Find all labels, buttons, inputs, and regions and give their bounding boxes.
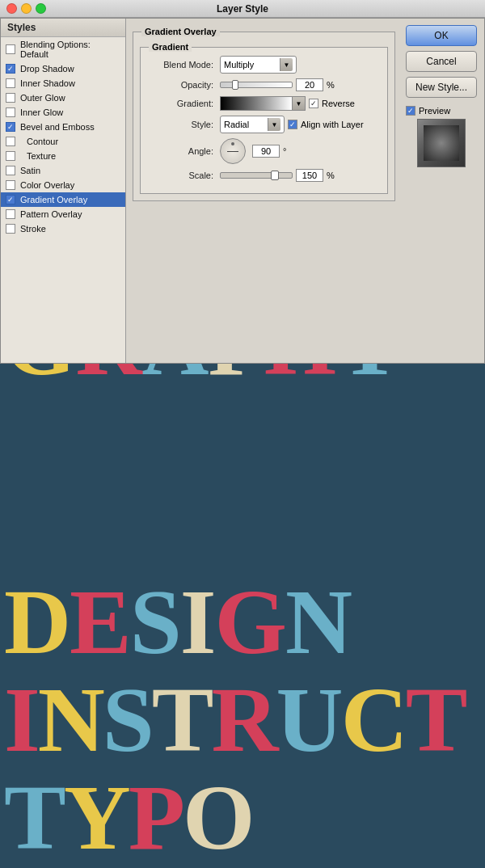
- typo-o: O: [183, 769, 252, 867]
- section-title: Gradient Overlay: [141, 27, 220, 36]
- style-item-inner-glow[interactable]: Inner Glow: [1, 105, 125, 120]
- instruct-u: U: [276, 672, 341, 769]
- style-arrow-icon[interactable]: ▼: [268, 118, 280, 131]
- style-value: Radial: [224, 120, 264, 129]
- window-controls: [6, 3, 46, 14]
- spacer: [4, 396, 481, 574]
- typo-y: Y: [64, 769, 129, 867]
- styles-panel: Styles Blending Options: Default✓Drop Sh…: [1, 19, 126, 363]
- scale-control: %: [220, 169, 335, 182]
- checkbox-color-overlay[interactable]: [6, 180, 15, 190]
- layer-style-dialog: Styles Blending Options: Default✓Drop Sh…: [0, 18, 485, 364]
- checkbox-texture[interactable]: [6, 151, 15, 161]
- style-item-label-texture: Texture: [27, 151, 56, 161]
- typo-t: T: [4, 769, 64, 867]
- style-row: Style: Radial ▼ Align with Layer: [147, 116, 381, 133]
- checkbox-outer-glow[interactable]: [6, 93, 15, 103]
- ok-button[interactable]: OK: [406, 25, 477, 46]
- angle-indicator: [227, 151, 238, 152]
- scale-slider-thumb[interactable]: [271, 171, 279, 180]
- style-item-label-inner-shadow: Inner Shadow: [20, 78, 75, 88]
- opacity-slider-thumb[interactable]: [232, 80, 238, 90]
- preview-box: [417, 119, 466, 167]
- style-item-blending-options[interactable]: Blending Options: Default: [1, 37, 125, 61]
- checkbox-blending-options[interactable]: [6, 44, 15, 54]
- checkbox-bevel-emboss[interactable]: ✓: [6, 122, 15, 132]
- opacity-input[interactable]: [296, 78, 323, 91]
- style-item-color-overlay[interactable]: Color Overlay: [1, 178, 125, 192]
- preview-inner: [424, 125, 459, 161]
- style-item-stroke[interactable]: Stroke: [1, 221, 125, 236]
- align-with-layer-checkbox[interactable]: [288, 120, 297, 129]
- style-item-inner-shadow[interactable]: Inner Shadow: [1, 76, 125, 91]
- style-control: Radial ▼ Align with Layer: [220, 116, 364, 133]
- gradient-control: ▼ Reverse: [220, 96, 355, 111]
- gradient-row: Gradient: ▼ Reverse: [147, 96, 381, 111]
- preview-checkbox[interactable]: [406, 106, 415, 116]
- checkbox-drop-shadow[interactable]: ✓: [6, 64, 15, 74]
- style-item-gradient-overlay[interactable]: ✓Gradient Overlay: [1, 192, 125, 207]
- design-s: S: [130, 574, 180, 672]
- style-item-label-gradient-overlay: Gradient Overlay: [20, 195, 87, 204]
- angle-input[interactable]: [252, 145, 280, 158]
- opacity-row: Opacity: %: [147, 78, 381, 91]
- minimize-button[interactable]: [21, 3, 32, 14]
- canvas-area: GRAPHY DESIGN INSTRUCT TYPO GRAPHY: [0, 348, 485, 868]
- gradient-dropdown-btn[interactable]: ▼: [293, 96, 306, 111]
- gradient-swatch[interactable]: [220, 96, 293, 111]
- style-item-label-bevel-emboss: Bevel and Emboss: [20, 122, 95, 132]
- window-title: Layer Style: [217, 3, 268, 15]
- opacity-label: Opacity:: [147, 80, 220, 90]
- blend-mode-label: Blend Mode:: [147, 60, 220, 70]
- preview-label-row: Preview: [406, 106, 477, 116]
- angle-label: Angle:: [147, 146, 220, 156]
- design-n: N: [285, 574, 351, 672]
- checkbox-inner-glow[interactable]: [6, 107, 15, 117]
- checkbox-contour[interactable]: [6, 137, 15, 146]
- instruct-t2: T: [406, 672, 466, 769]
- close-button[interactable]: [6, 3, 17, 14]
- scale-row: Scale: %: [147, 169, 381, 182]
- new-style-button[interactable]: New Style...: [406, 77, 477, 98]
- typo-p: P: [129, 769, 183, 867]
- reverse-label: Reverse: [322, 99, 355, 108]
- style-item-outer-glow[interactable]: Outer Glow: [1, 91, 125, 105]
- style-item-texture[interactable]: Texture: [1, 149, 125, 163]
- style-item-satin[interactable]: Satin: [1, 163, 125, 178]
- instruct-i: I: [4, 672, 38, 769]
- typo-line: TYPO: [4, 769, 481, 867]
- checkbox-gradient-overlay[interactable]: ✓: [6, 195, 15, 204]
- checkbox-stroke[interactable]: [6, 224, 15, 234]
- design-i: I: [180, 574, 215, 672]
- blend-mode-dropdown[interactable]: Multiply ▼: [220, 56, 297, 74]
- angle-dial[interactable]: [220, 138, 246, 164]
- opacity-control: %: [220, 78, 335, 91]
- style-item-label-stroke: Stroke: [20, 224, 46, 234]
- maximize-button[interactable]: [36, 3, 46, 14]
- style-item-bevel-emboss[interactable]: ✓Bevel and Emboss: [1, 120, 125, 134]
- style-item-label-contour: Contour: [27, 137, 58, 146]
- style-dropdown[interactable]: Radial ▼: [220, 116, 285, 133]
- gradient-swatch-container[interactable]: ▼: [220, 96, 306, 111]
- checkbox-inner-shadow[interactable]: [6, 78, 15, 88]
- style-item-drop-shadow[interactable]: ✓Drop Shadow: [1, 61, 125, 76]
- style-item-label-outer-glow: Outer Glow: [20, 93, 65, 103]
- cancel-button[interactable]: Cancel: [406, 51, 477, 72]
- scale-slider-track[interactable]: [220, 172, 293, 179]
- checkbox-satin[interactable]: [6, 166, 15, 175]
- angle-unit: °: [283, 146, 286, 156]
- subsection-title: Gradient: [149, 42, 192, 52]
- style-label: Style:: [147, 120, 220, 129]
- styles-panel-header: Styles: [1, 19, 125, 37]
- opacity-slider-track[interactable]: [220, 82, 293, 88]
- text-overlay: GRAPHY DESIGN INSTRUCT TYPO GRAPHY: [0, 348, 485, 868]
- blend-mode-arrow-icon[interactable]: ▼: [280, 58, 293, 71]
- scale-input[interactable]: [296, 169, 323, 182]
- preview-label-text: Preview: [419, 106, 450, 116]
- style-item-contour[interactable]: Contour: [1, 134, 125, 149]
- reverse-checkbox[interactable]: [309, 99, 318, 108]
- blend-mode-control: Multiply ▼: [220, 56, 297, 74]
- styles-list: Blending Options: Default✓Drop ShadowInn…: [1, 37, 125, 236]
- style-item-pattern-overlay[interactable]: Pattern Overlay: [1, 207, 125, 221]
- checkbox-pattern-overlay[interactable]: [6, 209, 15, 219]
